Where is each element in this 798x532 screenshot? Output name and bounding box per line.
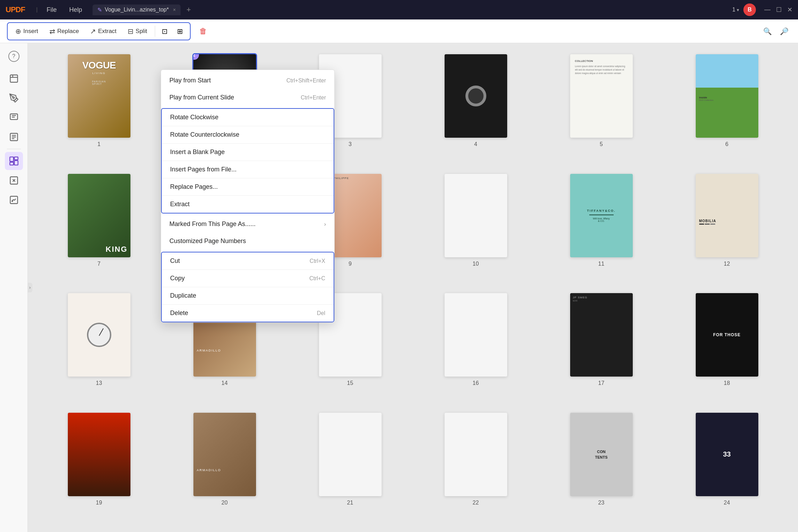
page-thumb-6[interactable]: inside DUO Collection xyxy=(696,54,758,138)
page-thumb-11[interactable]: TIFFANY&CO. Will love, tiffany& CO. xyxy=(570,174,633,257)
tab-add-btn[interactable]: + xyxy=(183,5,194,15)
page-item: COLLECTION Lorem ipsum dolor sit amet co… xyxy=(544,54,659,163)
sidebar-item-pages[interactable] xyxy=(5,70,23,88)
icon-btn-2[interactable]: ⊞ xyxy=(173,24,187,38)
user-avatar[interactable]: B xyxy=(743,3,756,16)
insert-btn[interactable]: ⊕ Insert xyxy=(10,25,43,38)
ctx-insert-blank[interactable]: Insert a Blank Page xyxy=(162,144,334,161)
maximize-btn[interactable]: ☐ xyxy=(776,6,782,14)
sidebar-item-comment[interactable] xyxy=(5,108,23,127)
page-dropdown-icon[interactable]: ▾ xyxy=(737,7,739,13)
titlebar-menu: File Help xyxy=(42,4,87,16)
replace-btn[interactable]: ⇄ Replace xyxy=(45,25,84,38)
extract-label: Extract xyxy=(98,28,117,35)
ctx-rotate-cw[interactable]: Rotate Clockwise xyxy=(162,109,334,126)
icon-btn-1[interactable]: ⊡ xyxy=(158,24,172,38)
page-number-10: 10 xyxy=(473,261,479,267)
active-tab[interactable]: ✎ Vogue_Livin...azines_top* × xyxy=(93,5,181,15)
close-btn[interactable]: ✕ xyxy=(787,6,792,14)
context-play-section: Play from Start Ctrl+Shift+Enter Play fr… xyxy=(161,70,334,108)
extract-btn[interactable]: ↗ Extract xyxy=(85,25,121,38)
sidebar-item-organize[interactable] xyxy=(5,152,23,170)
page-item: VOGUE LIVING PARISIANSPIRIT 1 xyxy=(42,54,156,163)
page-number-16: 16 xyxy=(473,380,479,386)
sidebar-item-pen[interactable] xyxy=(5,89,23,107)
page-number-12: 12 xyxy=(724,261,730,267)
sidebar-item-forms[interactable] xyxy=(5,128,23,146)
context-menu: Play from Start Ctrl+Shift+Enter Play fr… xyxy=(161,70,335,323)
toolbar-right: 🔍 🔎 xyxy=(760,24,791,38)
page-thumb-12[interactable]: MOBILIA xyxy=(696,174,758,257)
svg-point-17 xyxy=(12,201,13,201)
ctx-rotate-ccw[interactable]: Rotate Counterclockwise xyxy=(162,126,334,143)
ctx-marked-arrow: › xyxy=(324,221,326,227)
page-number-23: 23 xyxy=(598,500,605,506)
page-thumb-10[interactable] xyxy=(445,174,507,257)
sidebar-sep-1 xyxy=(7,149,21,149)
ctx-replace-pages[interactable]: Replace Pages... xyxy=(162,178,334,195)
ctx-insert-blank-label: Insert a Blank Page xyxy=(170,148,225,156)
ctx-play-start[interactable]: Play from Start Ctrl+Shift+Enter xyxy=(161,72,334,89)
page-item: 33 24 xyxy=(670,413,784,521)
split-btn[interactable]: ⊟ Split xyxy=(123,25,152,38)
tab-close-btn[interactable]: × xyxy=(173,7,176,13)
page-thumb-7[interactable]: KING xyxy=(68,174,130,257)
page-thumb-20[interactable]: ARMADILLO xyxy=(193,413,256,496)
zoom-in-btn[interactable]: 🔎 xyxy=(777,24,791,38)
page-thumb-23[interactable]: CON TENTS xyxy=(570,413,633,496)
ctx-extract[interactable]: Extract xyxy=(162,196,334,213)
ctx-copy-shortcut: Ctrl+C xyxy=(309,275,325,282)
ctx-rotate-cw-label: Rotate Clockwise xyxy=(170,114,218,121)
page-item: 13 xyxy=(42,293,156,402)
page-item: 10 xyxy=(418,174,533,282)
ctx-play-current[interactable]: Play from Current Slide Ctrl+Enter xyxy=(161,89,334,106)
sidebar-item-sign[interactable] xyxy=(5,191,23,209)
ctx-delete-label: Delete xyxy=(170,309,188,317)
ctx-copy[interactable]: Copy Ctrl+C xyxy=(162,270,334,287)
page-number-19: 19 xyxy=(96,500,102,506)
page-thumb-24[interactable]: 33 xyxy=(696,413,758,496)
page-number: 1 xyxy=(732,7,735,13)
ctx-rotate-ccw-label: Rotate Counterclockwise xyxy=(170,131,239,138)
menu-file[interactable]: File xyxy=(42,4,62,16)
ctx-extract-label: Extract xyxy=(170,201,190,208)
ctx-cut[interactable]: Cut Ctrl+X xyxy=(162,252,334,269)
delete-btn[interactable]: 🗑 xyxy=(196,24,210,38)
insert-icon: ⊕ xyxy=(15,27,21,35)
menu-help[interactable]: Help xyxy=(64,4,87,16)
zoom-out-btn[interactable]: 🔍 xyxy=(760,24,774,38)
page-thumb-5[interactable]: COLLECTION Lorem ipsum dolor sit amet co… xyxy=(570,54,633,138)
ctx-duplicate[interactable]: Duplicate xyxy=(162,287,334,304)
context-section-1: Rotate Clockwise Rotate Counterclockwise… xyxy=(161,108,334,213)
page-thumb-16[interactable] xyxy=(445,293,507,377)
page-number-3: 3 xyxy=(349,141,352,147)
ctx-play-current-shortcut: Ctrl+Enter xyxy=(301,95,326,101)
sidebar-item-convert[interactable] xyxy=(5,171,23,190)
page-number-6: 6 xyxy=(725,141,728,147)
ctx-delete[interactable]: Delete Del xyxy=(162,305,334,322)
page-number-1: 1 xyxy=(97,141,101,147)
replace-label: Replace xyxy=(57,28,79,35)
page-thumb-1[interactable]: VOGUE LIVING PARISIANSPIRIT xyxy=(68,54,130,138)
page-thumb-21[interactable] xyxy=(319,413,382,496)
page-thumb-4[interactable] xyxy=(445,54,507,138)
page-thumb-22[interactable] xyxy=(445,413,507,496)
main-content: VOGUE LIVING PARISIANSPIRIT 1 2 2 xyxy=(28,43,798,532)
sidebar-collapse-arrow[interactable]: › xyxy=(27,283,32,292)
page-thumb-19[interactable] xyxy=(68,413,130,496)
page-thumb-18[interactable]: FOR THOSE xyxy=(696,293,758,377)
page-item: 16 xyxy=(418,293,533,402)
page-thumb-17[interactable]: JP SMEG $348 xyxy=(570,293,633,377)
page-thumb-13[interactable] xyxy=(68,293,130,377)
page-number-24: 24 xyxy=(724,500,730,506)
page-number-4: 4 xyxy=(474,141,477,147)
help-icon[interactable]: ? xyxy=(8,51,19,62)
svg-rect-13 xyxy=(14,161,18,165)
ctx-customized-numbers[interactable]: Customized Page Numbers xyxy=(161,233,334,250)
page-item: 21 xyxy=(293,413,407,521)
ctx-marked-from[interactable]: Marked From This Page As...... › xyxy=(161,216,334,233)
minimize-btn[interactable]: — xyxy=(764,6,771,14)
ctx-insert-from-file[interactable]: Insert Pages from File... xyxy=(162,161,334,178)
toolbar-separator xyxy=(155,26,155,37)
win-controls: — ☐ ✕ xyxy=(764,6,792,14)
